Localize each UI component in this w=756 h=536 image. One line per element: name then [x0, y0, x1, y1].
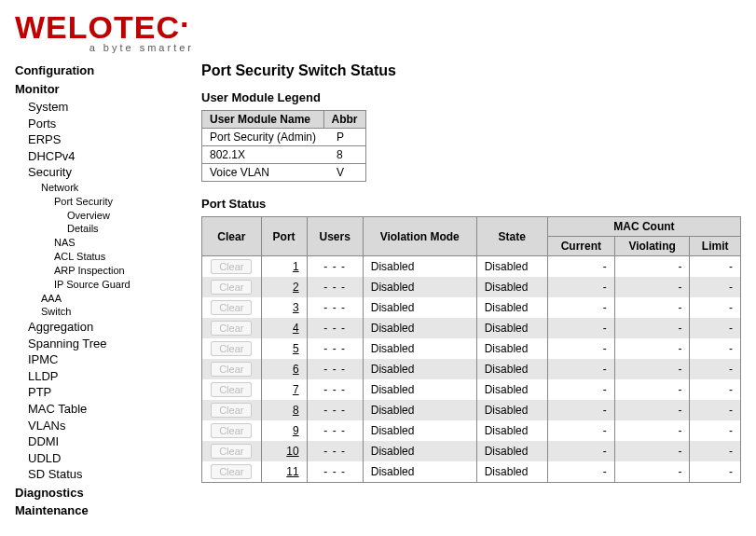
cell-limit: -: [690, 461, 741, 483]
port-link[interactable]: 4: [293, 322, 299, 335]
table-row: Clear8- - -DisabledDisabled---: [202, 400, 741, 420]
col-current: Current: [547, 237, 614, 256]
cell-violation-mode: Disabled: [363, 461, 476, 483]
cell-violating: -: [614, 420, 690, 441]
clear-button[interactable]: Clear: [211, 341, 252, 356]
cell-violating: -: [614, 256, 690, 278]
cell-violating: -: [614, 297, 690, 318]
port-link[interactable]: 5: [293, 342, 299, 355]
clear-button[interactable]: Clear: [211, 444, 252, 459]
port-link[interactable]: 9: [293, 424, 299, 437]
cell-limit: -: [690, 400, 741, 420]
clear-button[interactable]: Clear: [211, 321, 252, 336]
nav-item[interactable]: DHCPv4: [15, 148, 179, 165]
clear-button[interactable]: Clear: [211, 423, 252, 438]
clear-button[interactable]: Clear: [211, 280, 252, 295]
nav-item[interactable]: PTP: [15, 384, 179, 401]
col-clear: Clear: [202, 217, 262, 256]
cell-clear: Clear: [202, 297, 262, 318]
port-link[interactable]: 1: [293, 260, 299, 273]
nav-item[interactable]: Overview: [15, 209, 179, 223]
nav-item[interactable]: MAC Table: [15, 401, 179, 418]
cell-clear: Clear: [202, 461, 262, 483]
cell-violation-mode: Disabled: [363, 318, 476, 338]
cell-clear: Clear: [202, 400, 262, 420]
cell-port: 4: [261, 318, 307, 338]
cell-users: - - -: [307, 256, 363, 278]
port-link[interactable]: 2: [293, 281, 299, 294]
col-mac-group: MAC Count: [547, 217, 740, 237]
nav-item[interactable]: Switch: [15, 305, 179, 319]
col-limit: Limit: [690, 237, 741, 256]
legend-cell-name: Port Security (Admin): [202, 129, 324, 146]
port-link[interactable]: 8: [293, 404, 299, 417]
nav-item[interactable]: SD Status: [15, 466, 179, 483]
col-users: Users: [307, 217, 363, 256]
cell-violating: -: [614, 338, 690, 359]
cell-clear: Clear: [202, 379, 262, 400]
nav-item[interactable]: VLANs: [15, 418, 179, 434]
clear-button[interactable]: Clear: [211, 300, 252, 315]
nav-item[interactable]: IP Source Guard: [15, 278, 179, 292]
cell-limit: -: [690, 420, 741, 441]
table-row: Clear4- - -DisabledDisabled---: [202, 318, 741, 338]
cell-violating: -: [614, 379, 690, 400]
nav-item[interactable]: LLDP: [15, 368, 179, 385]
cell-state: Disabled: [476, 277, 547, 297]
port-link[interactable]: 6: [293, 363, 299, 376]
nav-item[interactable]: DDMI: [15, 433, 179, 450]
clear-button[interactable]: Clear: [211, 464, 252, 479]
table-row: Clear7- - -DisabledDisabled---: [202, 379, 741, 400]
nav-item[interactable]: ARP Inspection: [15, 264, 179, 278]
nav-item[interactable]: Diagnostics: [15, 485, 179, 502]
clear-button[interactable]: Clear: [211, 382, 252, 397]
nav-item[interactable]: Details: [15, 222, 179, 236]
nav-item[interactable]: Spanning Tree: [15, 336, 179, 352]
cell-port: 9: [261, 420, 307, 441]
nav-item[interactable]: Configuration: [15, 62, 179, 79]
cell-violating: -: [614, 359, 690, 379]
nav-item[interactable]: Aggregation: [15, 319, 179, 336]
nav-item[interactable]: AAA: [15, 292, 179, 306]
port-link[interactable]: 7: [293, 383, 299, 396]
nav-item[interactable]: Network: [15, 181, 179, 195]
cell-clear: Clear: [202, 277, 262, 297]
nav-item[interactable]: Monitor: [15, 81, 179, 98]
port-link[interactable]: 10: [286, 445, 298, 458]
cell-users: - - -: [307, 441, 363, 461]
clear-button[interactable]: Clear: [211, 362, 252, 377]
cell-port: 10: [261, 441, 307, 461]
clear-button[interactable]: Clear: [211, 259, 252, 274]
nav-item[interactable]: ERPS: [15, 131, 179, 148]
legend-cell-abbr: V: [323, 164, 365, 182]
cell-current: -: [547, 379, 614, 400]
cell-violation-mode: Disabled: [363, 256, 476, 278]
cell-state: Disabled: [476, 400, 547, 420]
app-logo: WELOTEC· a byte smarter: [0, 0, 756, 53]
cell-limit: -: [690, 256, 741, 278]
cell-state: Disabled: [476, 420, 547, 441]
sidebar-nav: ConfigurationMonitorSystemPortsERPSDHCPv…: [15, 61, 179, 521]
cell-port: 5: [261, 338, 307, 359]
nav-item[interactable]: IPMC: [15, 351, 179, 368]
cell-port: 7: [261, 379, 307, 400]
nav-item[interactable]: UDLD: [15, 450, 179, 467]
nav-item[interactable]: Port Security: [15, 195, 179, 209]
port-link[interactable]: 3: [293, 301, 299, 314]
col-port: Port: [261, 217, 307, 256]
table-row: Clear2- - -DisabledDisabled---: [202, 277, 741, 297]
nav-item[interactable]: NAS: [15, 236, 179, 250]
cell-state: Disabled: [476, 297, 547, 318]
clear-button[interactable]: Clear: [211, 403, 252, 418]
cell-port: 3: [261, 297, 307, 318]
nav-item[interactable]: ACL Status: [15, 250, 179, 264]
nav-item[interactable]: Maintenance: [15, 502, 179, 519]
nav-item[interactable]: System: [15, 99, 179, 116]
cell-limit: -: [690, 318, 741, 338]
cell-violation-mode: Disabled: [363, 297, 476, 318]
legend-title: User Module Legend: [201, 90, 741, 104]
port-link[interactable]: 11: [286, 465, 298, 478]
legend-cell-abbr: P: [323, 129, 365, 146]
nav-item[interactable]: Ports: [15, 116, 179, 132]
nav-item[interactable]: Security: [15, 164, 179, 181]
